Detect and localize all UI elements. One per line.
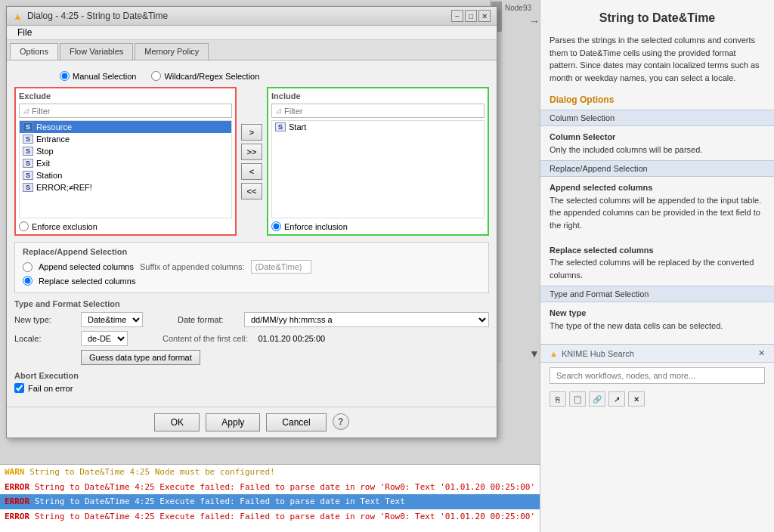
menu-file[interactable]: File — [13, 26, 36, 39]
manual-selection-input[interactable] — [60, 71, 70, 81]
wildcard-selection-input[interactable] — [151, 71, 161, 81]
badge-entrance: S — [23, 135, 33, 144]
exclude-filter-icon: ⊿ — [23, 106, 29, 116]
hub-search-label: KNIME Hub Search — [562, 349, 634, 358]
guess-button[interactable]: Guess data type and format — [81, 350, 200, 365]
append-row: Append selected columns Suffix of append… — [23, 260, 481, 274]
exclude-label: Exclude — [19, 91, 232, 101]
log-time-3: 4:25 — [135, 512, 155, 521]
replace-append-section: Replace/Append Selection Append selected… — [14, 242, 489, 293]
tab-memory-policy[interactable]: Memory Policy — [135, 43, 209, 60]
move-all-right-btn[interactable]: >> — [241, 144, 262, 160]
date-format-select[interactable]: dd/MM/yy hh:mm:ss a — [244, 312, 489, 327]
enforce-inclusion-radio[interactable] — [271, 221, 281, 231]
log-row-2[interactable]: ERROR String to Date&Time 4:25 Execute f… — [0, 494, 540, 509]
include-col-Start[interactable]: S Start — [272, 121, 484, 133]
dialog-window: ▲ Dialog - 4:25 - String to Date&Time − … — [6, 6, 497, 438]
enforce-exclusion-radio[interactable] — [19, 221, 29, 231]
col-name-entrance: Entrance — [36, 135, 70, 144]
hub-search-input[interactable] — [550, 367, 765, 384]
hub-export-btn[interactable]: ↗ — [608, 391, 625, 407]
exclude-filter-wrap: ⊿ — [19, 104, 232, 118]
abort-section: Abort Execution Fail on error — [14, 371, 489, 393]
log-text-text: Text Text — [360, 496, 405, 506]
badge-exit: S — [23, 159, 33, 168]
restore-button[interactable]: □ — [465, 10, 477, 22]
dialog-title: Dialog - 4:25 - String to Date&Time — [27, 11, 168, 21]
dialog-tabs: Options Flow Variables Memory Policy — [7, 40, 497, 60]
col-name-resource: Resource — [36, 122, 72, 131]
exclude-col-Station[interactable]: S Station — [20, 169, 231, 181]
hub-close-icon[interactable]: ✕ — [758, 348, 765, 358]
include-col-list: S Start — [271, 120, 485, 218]
move-left-btn[interactable]: < — [241, 163, 262, 180]
exclude-col-Entrance[interactable]: S Entrance — [20, 133, 231, 145]
tab-options[interactable]: Options — [10, 43, 58, 60]
hub-close-btn[interactable]: ✕ — [628, 391, 645, 407]
hub-link-btn[interactable]: 🔗 — [589, 391, 605, 407]
dialog-options-label: Dialog Options — [540, 87, 774, 110]
badge-error: S — [23, 183, 33, 192]
exclude-enforce: Enforce exclusion — [19, 218, 232, 231]
cancel-button[interactable]: Cancel — [266, 413, 326, 431]
titlebar-left: ▲ Dialog - 4:25 - String to Date&Time — [13, 11, 168, 22]
log-level-err-3: ERROR — [5, 512, 29, 521]
fail-on-error-row: Fail on error — [14, 383, 489, 393]
dialog-body: Manual Selection Wildcard/Regex Selectio… — [7, 60, 497, 407]
new-type-label: New type: — [14, 315, 75, 324]
exclude-filter-input[interactable] — [32, 107, 228, 116]
new-type-select[interactable]: Date&time — [81, 312, 143, 327]
columns-area: Exclude ⊿ S Resource S Entrance S — [14, 87, 489, 236]
include-filter-icon: ⊿ — [275, 106, 282, 116]
locale-label: Locale: — [14, 334, 75, 343]
exclude-col-Resource[interactable]: S Resource — [20, 121, 231, 133]
badge-station: S — [23, 171, 33, 180]
col-name-error: ERROR;≠REF! — [36, 183, 92, 192]
fail-on-error-checkbox[interactable] — [14, 383, 24, 393]
move-all-left-btn[interactable]: << — [241, 183, 262, 200]
log-msg-1: Execute failed: Failed to parse date in … — [159, 482, 540, 492]
col-name-station: Station — [36, 171, 62, 180]
wildcard-selection-radio[interactable]: Wildcard/Regex Selection — [151, 71, 259, 81]
hub-toolbar: ⎘ 📋 🔗 ↗ ✕ — [540, 388, 774, 410]
badge-start: S — [275, 122, 286, 131]
close-button[interactable]: ✕ — [478, 10, 491, 22]
new-type-subheader: New type — [550, 308, 586, 317]
append-subheader: Append selected columns — [550, 183, 652, 192]
replace-radio[interactable] — [23, 276, 33, 286]
exclude-col-Stop[interactable]: S Stop — [20, 145, 231, 157]
suffix-input[interactable] — [251, 260, 311, 274]
include-filter-wrap: ⊿ — [271, 104, 485, 118]
append-desc: The selected columns will be appended to… — [550, 196, 761, 230]
append-radio[interactable] — [23, 262, 33, 272]
badge-resource: S — [23, 122, 33, 131]
apply-button[interactable]: Apply — [206, 413, 260, 431]
hub-copy-btn[interactable]: ⎘ — [550, 391, 566, 407]
dialog-titlebar[interactable]: ▲ Dialog - 4:25 - String to Date&Time − … — [7, 7, 497, 26]
new-type-desc: The type of the new data cells can be se… — [550, 321, 723, 330]
first-cell-value: 01.01.20 00:25:00 — [259, 334, 326, 343]
replace-append-content: Append selected columns The selected col… — [540, 177, 774, 286]
minimize-button[interactable]: − — [451, 10, 463, 22]
hub-paste-btn[interactable]: 📋 — [569, 391, 586, 407]
locale-select[interactable]: de-DE — [81, 331, 128, 346]
tab-flow-variables[interactable]: Flow Variables — [60, 43, 133, 60]
log-level-warn-0: WARN — [5, 467, 25, 477]
guess-btn-row: Guess data type and format — [14, 350, 489, 365]
manual-selection-radio[interactable]: Manual Selection — [60, 71, 136, 81]
exclude-col-Exit[interactable]: S Exit — [20, 157, 231, 169]
include-filter-input[interactable] — [284, 107, 481, 116]
help-button[interactable]: ? — [333, 413, 349, 430]
log-msg-2: Execute failed: Failed to parse date in — [159, 496, 354, 506]
ok-button[interactable]: OK — [154, 413, 200, 431]
dialog-menubar: File — [7, 26, 497, 40]
replace-append-header: Replace/Append Selection — [540, 160, 774, 177]
move-right-btn[interactable]: > — [241, 124, 262, 141]
hub-search-header: ▲ KNIME Hub Search ✕ — [540, 345, 774, 363]
type-format-content: New type The type of the new data cells … — [540, 302, 774, 336]
replace-desc: The selected columns will be replaced by… — [550, 258, 754, 280]
nav-down-arrow[interactable]: ▼ — [529, 348, 540, 360]
log-row-0: WARN String to Date&Time 4:25 Node must … — [0, 465, 540, 480]
dialog-footer: OK Apply Cancel ? — [7, 407, 497, 438]
exclude-col-Error[interactable]: S ERROR;≠REF! — [20, 181, 231, 193]
